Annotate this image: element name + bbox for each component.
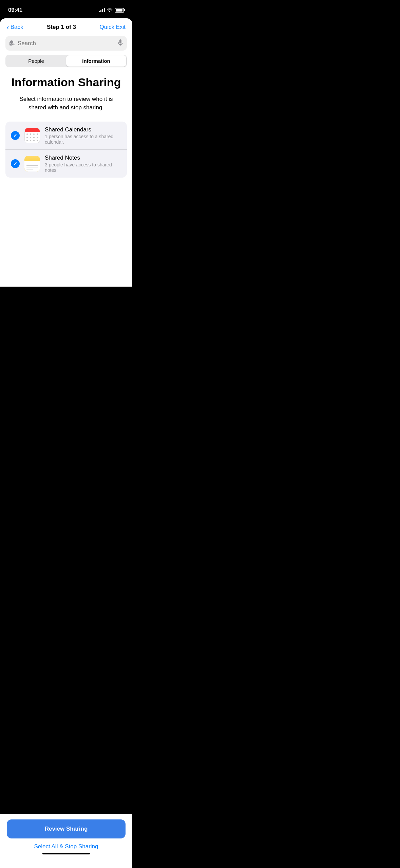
segment-control: People Information [5,55,127,67]
check-circle-notes: ✓ [11,159,20,168]
signal-icon [99,8,105,12]
calendar-item-subtitle: 1 person has access to a shared calendar… [45,134,121,145]
back-chevron-icon: ‹ [7,24,9,31]
page-subtitle: Select information to review who it is s… [0,95,132,122]
notes-item-subtitle: 3 people have access to shared notes. [45,162,121,173]
quick-exit-button[interactable]: Quick Exit [99,24,126,31]
items-list: ✓ Shared Calendars 1 person has access t… [5,122,127,178]
list-item[interactable]: ✓ Shared Calendars 1 person has access t… [5,122,127,149]
status-icons [99,7,124,13]
step-label: Step 1 of 3 [47,24,76,31]
checkmark-icon: ✓ [13,133,17,138]
calendar-item-text: Shared Calendars 1 person has access to … [45,126,121,145]
status-time: 09:41 [8,7,22,14]
segment-people[interactable]: People [6,55,66,67]
page-title: Information Sharing [0,75,132,95]
search-icon [9,40,15,47]
nav-bar: ‹ Back Step 1 of 3 Quick Exit [0,18,132,35]
notes-item-title: Shared Notes [45,155,121,161]
segment-information[interactable]: Information [66,55,126,67]
main-content: ‹ Back Step 1 of 3 Quick Exit People Inf… [0,18,132,287]
search-input[interactable] [18,40,115,47]
calendar-item-title: Shared Calendars [45,126,121,133]
calendars-icon [24,128,40,143]
search-bar [5,36,127,51]
status-bar: 09:41 [0,0,132,18]
microphone-icon[interactable] [118,39,123,47]
battery-icon [115,8,124,13]
check-circle-calendars: ✓ [11,131,20,140]
back-label: Back [11,24,23,31]
back-button[interactable]: ‹ Back [7,24,23,31]
checkmark-icon: ✓ [13,161,17,166]
wifi-icon [107,7,113,13]
list-item[interactable]: ✓ Shared Notes 3 people have access to s… [5,149,127,178]
notes-icon [24,156,40,171]
notes-item-text: Shared Notes 3 people have access to sha… [45,155,121,173]
